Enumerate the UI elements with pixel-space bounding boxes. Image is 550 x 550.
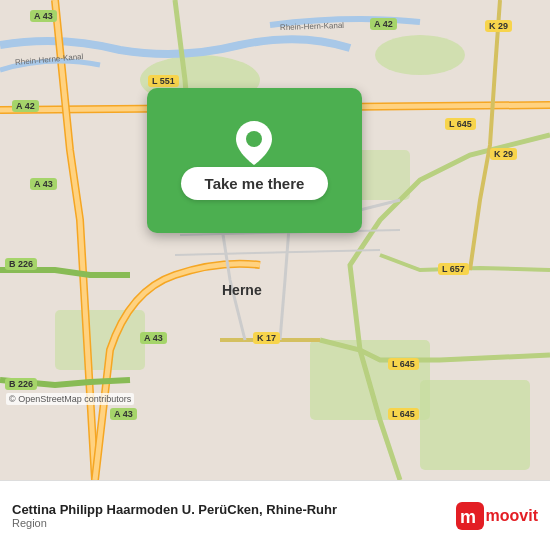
road-label-b226-low: B 226	[5, 378, 37, 390]
road-label-l551: L 551	[148, 75, 179, 87]
location-card: Take me there	[147, 88, 362, 233]
road-label-a43-top: A 43	[30, 10, 57, 22]
bottom-bar-info: Cettina Philipp Haarmoden U. PerüCken, R…	[12, 502, 456, 529]
road-label-a42-top: A 42	[370, 18, 397, 30]
location-title: Cettina Philipp Haarmoden U. PerüCken, R…	[12, 502, 456, 517]
moovit-icon: m	[456, 502, 484, 530]
map-svg	[0, 0, 550, 480]
svg-point-7	[246, 131, 262, 147]
road-label-a43-bot: A 43	[110, 408, 137, 420]
take-me-there-button[interactable]: Take me there	[181, 167, 329, 200]
road-label-l645-mid: L 645	[388, 358, 419, 370]
location-subtitle: Region	[12, 517, 456, 529]
road-label-k29-top: K 29	[485, 20, 512, 32]
svg-rect-4	[55, 310, 145, 370]
road-label-a42-mid: A 42	[12, 100, 39, 112]
svg-point-2	[375, 35, 465, 75]
map-container: A 43 A 42 K 29 L 551 A 42 L 645 K 29 A 4…	[0, 0, 550, 480]
svg-text:m: m	[460, 507, 476, 527]
location-pin-icon	[236, 121, 274, 159]
road-label-b226: B 226	[5, 258, 37, 270]
bottom-bar: Cettina Philipp Haarmoden U. PerüCken, R…	[0, 480, 550, 550]
road-label-l645-bot: L 645	[388, 408, 419, 420]
road-label-a43-low: A 43	[140, 332, 167, 344]
moovit-logo: m moovit	[456, 502, 538, 530]
road-label-l645-top: L 645	[445, 118, 476, 130]
road-label-k29-mid: K 29	[490, 148, 517, 160]
city-label: Herne	[222, 282, 262, 298]
copyright-text: © OpenStreetMap contributors	[6, 393, 134, 405]
svg-rect-5	[420, 380, 530, 470]
road-label-l657: L 657	[438, 263, 469, 275]
road-label-k17: K 17	[253, 332, 280, 344]
road-label-a43-mid: A 43	[30, 178, 57, 190]
moovit-text: moovit	[486, 507, 538, 525]
